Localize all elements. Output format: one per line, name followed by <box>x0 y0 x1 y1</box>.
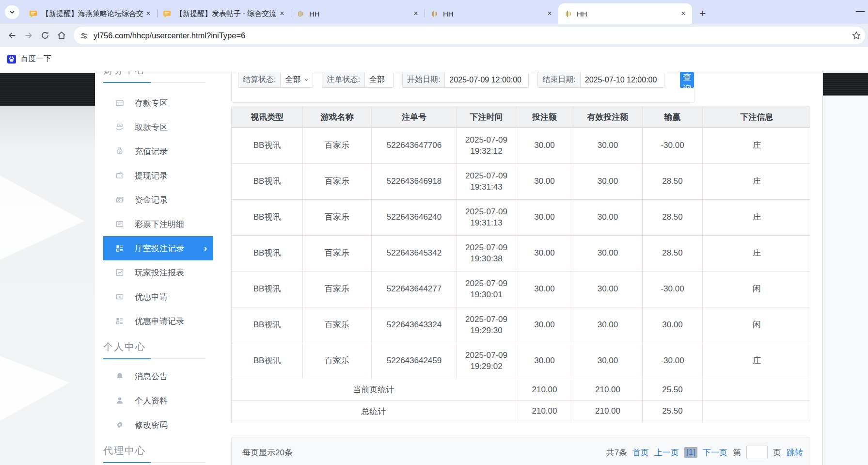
tab-forum-1[interactable]: 【新提醒】海燕策略论坛综合交 × <box>23 3 157 24</box>
table-cell: 30.00 <box>573 200 643 236</box>
sidebar-item-hall-bet-records[interactable]: 厅室投注记录 › <box>103 236 213 260</box>
sidebar-item-profile[interactable]: 个人资料 <box>95 388 213 413</box>
stats-label: 总统计 <box>232 401 516 422</box>
sidebar-item-label: 提现记录 <box>135 170 168 181</box>
tab-hh-active[interactable]: HH × <box>558 3 692 24</box>
table-cell: BB视讯 <box>232 307 303 343</box>
table-cell: BB视讯 <box>232 343 303 379</box>
forward-button[interactable] <box>20 27 37 44</box>
settle-status-select[interactable]: 全部 <box>281 72 313 87</box>
column-header: 注单号 <box>372 106 457 128</box>
sidebar-item-lottery-bet-detail[interactable]: 彩票下注明细 <box>95 212 213 236</box>
url-text[interactable]: yl756.com/hhcp/usercenter.html?iniType=6 <box>94 31 852 40</box>
bank-card-icon <box>115 98 124 107</box>
sidebar-item-change-password[interactable]: 修改密码 <box>95 413 213 437</box>
search-button[interactable]: 查询 <box>680 72 694 88</box>
hh-icon <box>297 10 305 18</box>
table-cell: 30.00 <box>573 307 643 343</box>
next-page-link[interactable]: 下一页 <box>703 447 727 458</box>
close-icon[interactable]: × <box>411 9 421 18</box>
column-header: 视讯类型 <box>232 106 303 128</box>
sidebar-item-withdraw-records[interactable]: 提现记录 <box>95 163 213 188</box>
browser-chrome: 【新提醒】海燕策略论坛综合交 × 【新提醒】发表帖子 - 综合交流 × HH × <box>0 0 868 71</box>
tab-hh-2[interactable]: HH × <box>425 3 558 24</box>
right-background-art <box>822 71 868 465</box>
table-cell: 522643647706 <box>372 128 457 164</box>
tab-forum-2[interactable]: 【新提醒】发表帖子 - 综合交流 × <box>157 3 291 24</box>
bookmark-baidu[interactable]: 百度一下 <box>7 54 51 64</box>
table-cell: 庄 <box>703 236 810 272</box>
table-cell: 庄 <box>703 343 810 379</box>
table-cell: 28.50 <box>643 164 703 200</box>
close-icon[interactable]: × <box>277 9 287 18</box>
first-page-link[interactable]: 首页 <box>632 447 649 458</box>
sidebar-item-label: 资金记录 <box>135 194 168 206</box>
close-icon[interactable]: × <box>545 9 554 18</box>
sidebar-item-announcements[interactable]: 消息公告 <box>95 364 213 388</box>
table-cell: 百家乐 <box>303 236 372 272</box>
grid-list-icon <box>115 244 124 253</box>
page-stats-row: 当前页统计 210.00 210.00 25.50 <box>232 379 810 401</box>
left-background-art <box>0 71 95 465</box>
sidebar-section-header-agent: 代理中心 <box>103 444 213 457</box>
table-cell: BB视讯 <box>232 128 303 164</box>
table-cell: 30.00 <box>516 200 573 236</box>
page-jump-input[interactable] <box>746 446 768 459</box>
section-divider <box>103 462 205 463</box>
section-divider <box>103 358 205 359</box>
table-cell: 30.00 <box>573 236 643 272</box>
sidebar-item-label: 优惠申请 <box>135 291 168 303</box>
home-button[interactable] <box>53 27 70 44</box>
table-cell: 522643645342 <box>372 236 457 272</box>
table-cell: 30.00 <box>643 307 703 343</box>
prev-page-link[interactable]: 上一页 <box>654 447 679 458</box>
table-cell: 2025-07-09 19:29:30 <box>457 307 516 343</box>
address-bar[interactable]: yl756.com/hhcp/usercenter.html?iniType=6 <box>74 27 865 44</box>
sidebar-item-deposit-zone[interactable]: 存款专区 <box>95 91 213 115</box>
table-row: BB视讯百家乐5226436453422025-07-09 19:30:3830… <box>232 236 810 272</box>
stats-winloss-total: 25.50 <box>643 379 703 401</box>
close-icon[interactable]: × <box>143 9 153 18</box>
sidebar-item-fund-records[interactable]: 资金记录 <box>95 188 213 212</box>
wallet-icon <box>115 171 124 180</box>
close-icon[interactable]: × <box>679 9 688 18</box>
jump-prefix-text: 第 <box>733 447 741 458</box>
new-tab-button[interactable]: + <box>696 7 710 20</box>
bookmarks-bar: 百度一下 <box>0 47 868 71</box>
order-status-group: 注单状态: 全部 <box>322 72 393 88</box>
settle-status-group: 结算状态: 全部 <box>238 72 313 88</box>
home-icon <box>57 31 66 40</box>
sidebar-item-withdraw-zone[interactable]: 取款专区 <box>95 115 213 139</box>
order-status-select[interactable]: 全部 <box>365 72 393 87</box>
back-button[interactable] <box>4 27 20 44</box>
table-cell: -30.00 <box>643 128 703 164</box>
sidebar-item-label: 个人资料 <box>135 395 168 406</box>
jump-button[interactable]: 跳转 <box>787 447 803 458</box>
column-header: 下注时间 <box>457 106 516 128</box>
table-cell: 百家乐 <box>303 307 372 343</box>
chevron-right-icon: › <box>204 243 207 254</box>
tab-title: HH <box>443 10 545 18</box>
chevron-down-icon <box>304 77 308 82</box>
window-minimize-button[interactable]: — <box>855 6 865 16</box>
table-cell: 30.00 <box>516 128 573 164</box>
list-records-icon <box>115 317 124 325</box>
bookmark-star-icon[interactable] <box>852 31 861 40</box>
sidebar-item-promo-apply[interactable]: 优惠申请 <box>95 285 213 309</box>
table-cell: BB视讯 <box>232 164 303 200</box>
tab-hh-1[interactable]: HH × <box>291 3 425 24</box>
tab-search-button[interactable] <box>5 5 19 19</box>
table-cell: 闲 <box>703 272 810 307</box>
reload-button[interactable] <box>37 27 53 44</box>
total-stats-row: 总统计 210.00 210.00 25.50 <box>232 401 810 422</box>
table-cell: -30.00 <box>643 272 703 307</box>
sidebar-item-recharge-records[interactable]: 充值记录 <box>95 139 213 163</box>
start-date-input[interactable]: 2025-07-09 12:00:00 <box>445 72 528 87</box>
sidebar-item-player-bet-report[interactable]: 玩家投注报表 <box>95 260 213 285</box>
table-cell: 庄 <box>703 200 810 236</box>
total-count-text: 共7条 <box>606 447 627 458</box>
reload-icon <box>40 31 50 40</box>
end-date-input[interactable]: 2025-07-10 12:00:00 <box>581 72 664 87</box>
sidebar-item-promo-apply-records[interactable]: 优惠申请记录 <box>95 309 213 333</box>
pagination-bar: 每页显示20条 共7条 首页 上一页 [1] 下一页 第 页 跳转 <box>231 437 810 465</box>
